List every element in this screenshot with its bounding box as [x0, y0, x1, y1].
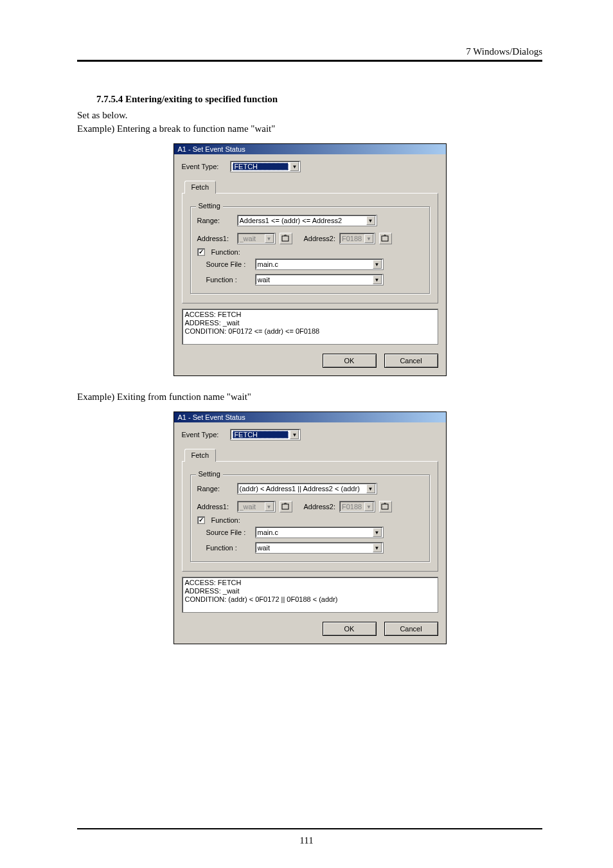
- browse-icon: [381, 235, 390, 242]
- chevron-down-icon: ▼: [373, 260, 382, 269]
- range-value: (addr) < Address1 || Address2 < (addr): [240, 485, 366, 493]
- chevron-down-icon: ▼: [373, 275, 382, 284]
- browse-icon: [381, 503, 390, 511]
- address1-combo: _wait ▼: [237, 501, 276, 512]
- dialog-titlebar: A1 - Set Event Status: [174, 412, 446, 422]
- chevron-down-icon: ▼: [366, 484, 375, 493]
- address1-label: Address1:: [197, 235, 233, 242]
- function-combo[interactable]: wait ▼: [255, 274, 384, 285]
- chevron-down-icon: ▼: [290, 430, 299, 439]
- function-value: wait: [258, 544, 373, 552]
- function-checkbox-label: Function:: [211, 516, 240, 524]
- svg-rect-3: [382, 504, 388, 509]
- address2-value: F0188: [342, 503, 364, 511]
- setting-groupbox: Setting Range: Adderss1 <= (addr) <= Add…: [190, 206, 430, 294]
- function-checkbox[interactable]: [197, 516, 205, 524]
- chevron-down-icon: ▼: [364, 502, 373, 511]
- ok-button[interactable]: OK: [323, 622, 377, 636]
- range-label: Range:: [197, 217, 233, 224]
- function-value: wait: [258, 276, 373, 284]
- set-event-status-dialog-enter: A1 - Set Event Status Event Type: FETCH …: [173, 143, 447, 376]
- fetch-tab-panel: Setting Range: (addr) < Address1 || Addr…: [182, 461, 438, 572]
- event-type-label: Event Type:: [182, 163, 219, 170]
- setting-legend: Setting: [196, 470, 223, 478]
- status-textarea: ACCESS: FETCH ADDRESS: _wait CONDITION: …: [182, 309, 438, 345]
- range-combo[interactable]: Adderss1 <= (addr) <= Address2 ▼: [237, 215, 377, 226]
- function-checkbox[interactable]: [197, 248, 205, 256]
- chevron-down-icon: ▼: [373, 528, 382, 537]
- example2-caption: Example) Exiting from function name "wai…: [77, 392, 542, 402]
- function-label: Function :: [206, 276, 251, 284]
- setting-legend: Setting: [196, 202, 223, 210]
- footer-rule: [77, 828, 542, 829]
- sourcefile-label: Source File :: [206, 260, 251, 268]
- event-type-combo[interactable]: FETCH ▼: [230, 161, 301, 172]
- address1-browse-button[interactable]: [280, 233, 292, 244]
- browse-icon: [281, 235, 290, 242]
- section-heading: 7.7.5.4 Entering/exiting to specified fu…: [96, 94, 542, 105]
- example1-caption: Example) Entering a break to function na…: [77, 123, 542, 134]
- chevron-down-icon: ▼: [290, 162, 299, 171]
- function-label: Function :: [206, 544, 251, 552]
- address1-label: Address1:: [197, 503, 233, 511]
- event-type-value: FETCH: [233, 431, 289, 439]
- svg-rect-0: [282, 236, 289, 241]
- ok-button[interactable]: OK: [323, 354, 377, 368]
- address1-combo: _wait ▼: [237, 233, 276, 244]
- chevron-down-icon: ▼: [265, 234, 274, 243]
- chevron-down-icon: ▼: [364, 234, 373, 243]
- event-type-label: Event Type:: [182, 431, 219, 439]
- address1-browse-button[interactable]: [280, 501, 292, 512]
- address2-label: Address2:: [304, 503, 336, 511]
- address2-value: F0188: [342, 235, 364, 242]
- function-checkbox-label: Function:: [211, 248, 240, 256]
- chevron-down-icon: ▼: [373, 543, 382, 552]
- address1-value: _wait: [240, 235, 265, 242]
- sourcefile-combo[interactable]: main.c ▼: [255, 527, 384, 538]
- section-intro: Set as below.: [77, 110, 542, 121]
- tab-fetch[interactable]: Fetch: [184, 181, 217, 194]
- header-rule: [77, 60, 542, 62]
- address2-browse-button[interactable]: [379, 501, 392, 512]
- svg-rect-2: [282, 504, 289, 509]
- function-combo[interactable]: wait ▼: [255, 542, 384, 554]
- cancel-button[interactable]: Cancel: [384, 354, 438, 368]
- tab-fetch[interactable]: Fetch: [184, 449, 217, 462]
- browse-icon: [281, 503, 290, 511]
- range-value: Adderss1 <= (addr) <= Address2: [240, 217, 366, 224]
- sourcefile-value: main.c: [258, 260, 373, 268]
- sourcefile-combo[interactable]: main.c ▼: [255, 258, 384, 270]
- sourcefile-value: main.c: [258, 529, 373, 536]
- address2-label: Address2:: [304, 235, 336, 242]
- setting-groupbox: Setting Range: (addr) < Address1 || Addr…: [190, 475, 430, 562]
- address2-combo: F0188 ▼: [339, 233, 375, 244]
- fetch-tab-panel: Setting Range: Adderss1 <= (addr) <= Add…: [182, 193, 438, 303]
- status-textarea: ACCESS: FETCH ADDRESS: _wait CONDITION: …: [182, 577, 438, 613]
- event-type-value: FETCH: [233, 163, 289, 170]
- cancel-button[interactable]: Cancel: [384, 622, 438, 636]
- chevron-down-icon: ▼: [265, 502, 274, 511]
- range-label: Range:: [197, 485, 233, 493]
- dialog-titlebar: A1 - Set Event Status: [174, 144, 446, 154]
- address2-browse-button[interactable]: [379, 233, 392, 244]
- svg-rect-1: [382, 236, 388, 241]
- address2-combo: F0188 ▼: [339, 501, 375, 512]
- set-event-status-dialog-exit: A1 - Set Event Status Event Type: FETCH …: [173, 411, 447, 644]
- range-combo[interactable]: (addr) < Address1 || Address2 < (addr) ▼: [237, 483, 377, 494]
- event-type-combo[interactable]: FETCH ▼: [230, 429, 301, 440]
- sourcefile-label: Source File :: [206, 529, 251, 536]
- address1-value: _wait: [240, 503, 265, 511]
- page-number: 111: [0, 835, 613, 846]
- chevron-down-icon: ▼: [366, 216, 375, 225]
- page-header-chapter: 7 Windows/Dialogs: [77, 46, 542, 60]
